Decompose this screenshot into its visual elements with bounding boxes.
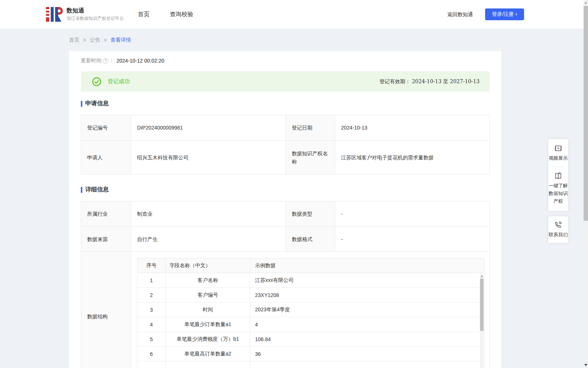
panel-divider [553, 167, 564, 167]
phone-icon [554, 221, 562, 229]
label-cell: 所属行业 [81, 201, 131, 226]
breadcrumb: 首页 > 公告 > 查看详情 [69, 37, 131, 43]
label-cell: 登记编号 [81, 115, 131, 140]
sample-data-cell: 106.84 [250, 332, 484, 346]
page: 数知通 浙江省数据知识产权登记平台 首页 查询校验 返回数知通 登录/注册 › … [0, 0, 588, 368]
field-name-cell: 单笔最少订单数量a1 [166, 317, 250, 332]
table-row: 4 单笔最少订单数量a1 4 [137, 317, 484, 332]
learn-dip-item[interactable]: 一键了解数据知识产权 [549, 172, 568, 205]
value-cell: 江苏区域客户对电子提花机的需求量数据 [335, 141, 490, 174]
data-structure-content: 序号 字段名称（中文） 示例数据 1 客户名称 江苏xxx有限公司 2 客户编号 [131, 252, 490, 368]
page-scrollbar[interactable] [584, 0, 588, 368]
help-circle-icon[interactable]: ? [103, 58, 108, 64]
breadcrumb-current: 查看详情 [110, 37, 131, 43]
value-cell: 绍兴五木科技有限公司 [131, 141, 286, 174]
video-demo-label: 视频展示 [549, 154, 568, 162]
sample-data-cell: 23XY1208 [250, 288, 484, 302]
floating-panel-help: 视频展示 一键了解数据知识产权 [548, 139, 568, 211]
content-card: 更新时间 ? ： 2024-10-12 00:02:20 登记成功 登记有效期：… [69, 51, 501, 368]
label-cell: 申请人 [81, 141, 131, 174]
data-structure-label: 数据结构 [81, 252, 131, 368]
table-row: 2 客户编号 23XY1208 [137, 288, 484, 302]
data-structure-header-row: 序号 字段名称（中文） 示例数据 [137, 258, 484, 273]
validity-label: 登记有效期： [380, 78, 410, 84]
index-cell: 5 [137, 332, 166, 346]
label-cell: 数据知识产权名称 [286, 141, 335, 174]
index-cell: 3 [137, 302, 166, 317]
index-cell: 1 [137, 273, 166, 287]
validity-period: 登记有效期： 2024-10-13 至 2027-10-13 [380, 78, 480, 85]
section-accent-bar [81, 101, 82, 107]
top-header: 数知通 浙江省数据知识产权登记平台 首页 查询校验 返回数知通 登录/注册 › [0, 0, 588, 29]
value-cell: DIP2024000009981 [131, 115, 286, 140]
index-cell: 6 [137, 347, 166, 361]
table-row: 6 单笔最高订单数量a2 36 [137, 347, 484, 361]
label-cell: 数据格式 [286, 227, 335, 251]
table-row: 所属行业 制造业 数据类型 - [81, 201, 490, 226]
column-header-index: 序号 [137, 258, 166, 273]
value-cell: - [335, 227, 490, 251]
brand-name: 数知通 [67, 7, 124, 14]
section-accent-bar [81, 187, 82, 193]
section-title-application: 申请信息 [81, 100, 109, 107]
update-time-row: 更新时间 ? ： 2024-10-12 00:02:20 [81, 57, 164, 64]
value-cell: - [335, 201, 490, 226]
brand-subtitle: 浙江省数据知识产权登记平台 [67, 15, 124, 22]
scrollbar-thumb[interactable] [584, 6, 588, 221]
inner-scrollbar-thumb[interactable] [480, 279, 484, 331]
sample-data-cell: 4 [250, 317, 484, 332]
breadcrumb-separator: > [104, 37, 107, 43]
data-structure-row: 数据结构 序号 字段名称（中文） 示例数据 1 客户名称 江苏xxx有限公司 [81, 251, 490, 368]
sample-data-cell: 36 [250, 347, 484, 361]
column-header-sample-data: 示例数据 [250, 258, 484, 273]
label-cell: 登记日期 [286, 115, 335, 140]
index-cell: 2 [137, 288, 166, 302]
scrollbar-down-arrow-icon[interactable] [584, 364, 587, 366]
back-to-shuzhitong-link[interactable]: 返回数知通 [447, 0, 473, 29]
book-icon [554, 172, 562, 180]
data-structure-table: 序号 字段名称（中文） 示例数据 1 客户名称 江苏xxx有限公司 2 客户编号 [137, 258, 484, 368]
value-cell: 制造业 [131, 201, 286, 226]
value-cell: 自行产生 [131, 227, 286, 251]
brand-logo-icon [46, 6, 63, 23]
validity-value: 2024-10-13 至 2027-10-13 [412, 78, 480, 84]
nav-item-query-verify[interactable]: 查询校验 [170, 0, 193, 29]
section-title-detail-text: 详细信息 [85, 186, 109, 194]
label-cell: 数据类型 [286, 201, 335, 226]
nav-item-home[interactable]: 首页 [138, 0, 150, 29]
scrollbar-up-arrow-icon[interactable] [585, 2, 587, 4]
detail-info-table: 所属行业 制造业 数据类型 - 数据来源 自行产生 数据格式 - 数据结构 序号… [81, 201, 490, 368]
column-header-field-name: 字段名称（中文） [166, 258, 250, 273]
chevron-right-icon: › [515, 11, 517, 17]
table-row: 申请人 绍兴五木科技有限公司 数据知识产权名称 江苏区域客户对电子提花机的需求量… [81, 140, 490, 174]
table-row: 1 客户名称 江苏xxx有限公司 [137, 273, 484, 288]
video-demo-item[interactable]: 视频展示 [549, 144, 568, 162]
update-time-value: 2024-10-12 00:02:20 [116, 58, 164, 64]
inner-scrollbar[interactable] [480, 273, 484, 368]
brand-text: 数知通 浙江省数据知识产权登记平台 [67, 7, 124, 22]
breadcrumb-home[interactable]: 首页 [69, 37, 79, 43]
table-row [137, 361, 484, 368]
section-title-detail: 详细信息 [81, 186, 109, 194]
learn-dip-label: 一键了解数据知识产权 [549, 182, 568, 205]
video-icon [554, 144, 562, 152]
breadcrumb-announcement[interactable]: 公告 [90, 37, 100, 43]
registration-status: 登记成功 [108, 78, 130, 85]
inner-scrollbar-up-icon[interactable] [481, 275, 483, 277]
table-row: 登记编号 DIP2024000009981 登记日期 2024-10-13 [81, 115, 490, 140]
brand-logo[interactable]: 数知通 浙江省数据知识产权登记平台 [46, 6, 124, 23]
table-row: 数据来源 自行产生 数据格式 - [81, 226, 490, 251]
application-info-table: 登记编号 DIP2024000009981 登记日期 2024-10-13 申请… [81, 115, 490, 174]
index-cell: 4 [137, 317, 166, 332]
check-circle-icon [92, 77, 101, 86]
field-name-cell: 客户名称 [166, 273, 250, 287]
login-register-button[interactable]: 登录/注册 › [485, 8, 524, 20]
field-name-cell: 单笔最少消费额度（万）b1 [166, 332, 250, 346]
breadcrumb-separator: > [83, 37, 86, 43]
index-cell [137, 361, 166, 368]
floating-panel-contact[interactable]: 联系我们 [548, 216, 568, 243]
sample-data-cell: 江苏xxx有限公司 [250, 273, 484, 287]
sample-data-cell [250, 361, 484, 368]
contact-us-label: 联系我们 [549, 231, 568, 238]
sample-data-cell: 2023年第4季度 [250, 302, 484, 317]
